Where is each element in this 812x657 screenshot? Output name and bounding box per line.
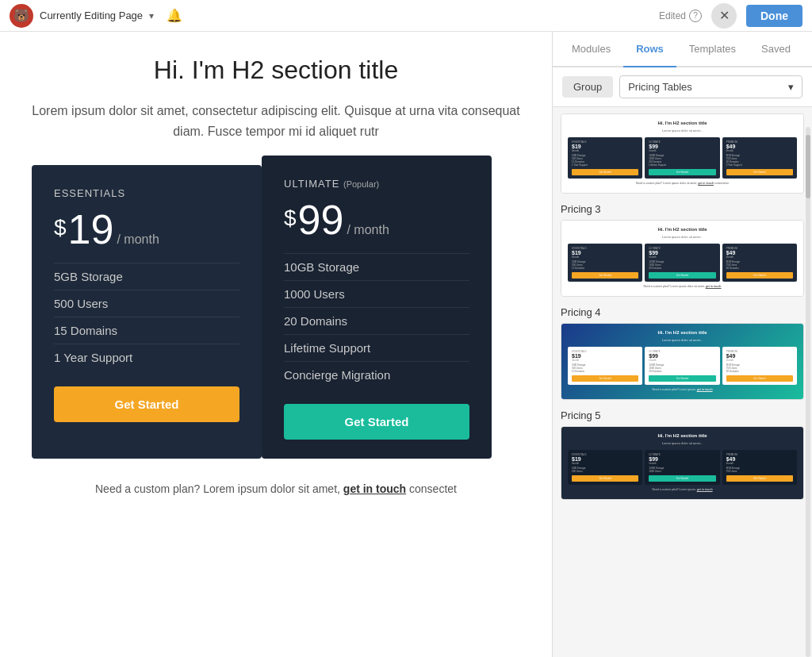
- feature-item: Concierge Migration: [284, 361, 469, 388]
- feature-item: Lifetime Support: [284, 334, 469, 361]
- page-heading: Hi. I'm H2 section title: [32, 56, 520, 85]
- template-preview-top: Hi. I'm H2 section title Lorem ipsum dol…: [561, 113, 804, 194]
- chevron-down-icon[interactable]: ▾: [149, 10, 154, 21]
- mini-preview-top: Hi. I'm H2 section title Lorem ipsum dol…: [561, 114, 803, 193]
- bell-icon[interactable]: 🔔: [167, 8, 182, 23]
- template-item-pricing4[interactable]: Pricing 4 Hi. I'm H2 section title Lorem…: [561, 306, 804, 400]
- mini-card: ESSENTIALS $19 /month 5GB Storage 500 Us…: [568, 137, 642, 179]
- pricing-card-ultimate: ULTIMATE (Popular) $ 99 / month 10GB Sto…: [262, 156, 492, 459]
- right-panel: Modules Rows Templates Saved Group Prici…: [552, 32, 812, 657]
- feature-item: 20 Domains: [284, 307, 469, 334]
- pricing-card-essentials: ESSENTIALS $ 19 / month 5GB Storage 500 …: [32, 165, 262, 459]
- template-item-pricing3[interactable]: Pricing 3 Hi. I'm H2 section title Lorem…: [561, 203, 804, 297]
- group-button[interactable]: Group: [562, 76, 613, 98]
- panel-tabs: Modules Rows Templates Saved: [553, 32, 812, 67]
- pricing-cards: ESSENTIALS $ 19 / month 5GB Storage 500 …: [32, 165, 520, 459]
- mini-preview-5: Hi. I'm H2 section title Lorem ipsum dol…: [561, 427, 803, 499]
- pricing-dropdown[interactable]: Pricing Tables ▾: [619, 75, 802, 98]
- card-name-ultimate: ULTIMATE (Popular): [284, 178, 469, 190]
- template-preview-5: Hi. I'm H2 section title Lorem ipsum dol…: [561, 426, 804, 500]
- feature-item: 15 Domains: [54, 317, 239, 344]
- template-item-pricing5[interactable]: Pricing 5 Hi. I'm H2 section title Lorem…: [561, 409, 804, 500]
- card-features-ultimate: 10GB Storage 1000 Users 20 Domains Lifet…: [284, 253, 469, 388]
- scrollbar-track[interactable]: [806, 127, 810, 657]
- card-price-ultimate: $ 99 / month: [284, 196, 469, 244]
- top-bar-left: 🐻 Currently Editing Page ▾ 🔔: [10, 4, 182, 28]
- feature-item: 1 Year Support: [54, 344, 239, 371]
- card-features-essentials: 5GB Storage 500 Users 15 Domains 1 Year …: [54, 263, 239, 371]
- cta-button-ultimate[interactable]: Get Started: [284, 404, 469, 440]
- footer-link[interactable]: get in touch: [343, 482, 406, 495]
- page-title: Currently Editing Page: [40, 10, 143, 21]
- mini-card-featured: ULTIMATE $99 /month 10GB Storage 1000 Us…: [645, 137, 719, 179]
- feature-item: 1000 Users: [284, 280, 469, 307]
- panel-filter: Group Pricing Tables ▾: [553, 67, 812, 107]
- feature-item: 500 Users: [54, 290, 239, 317]
- card-name-essentials: ESSENTIALS: [54, 187, 239, 199]
- top-bar-right: Edited ? ✕ Done: [659, 3, 802, 29]
- done-button[interactable]: Done: [746, 5, 802, 27]
- tab-saved[interactable]: Saved: [749, 32, 803, 67]
- top-bar: 🐻 Currently Editing Page ▾ 🔔 Edited ? ✕ …: [0, 0, 812, 32]
- help-icon[interactable]: ?: [689, 10, 702, 22]
- page-editor: Hi. I'm H2 section title Lorem ipsum dol…: [0, 32, 552, 657]
- template-preview-3: Hi. I'm H2 section title Lorem ipsum dol…: [561, 220, 804, 297]
- template-label-3: Pricing 3: [561, 203, 804, 215]
- scrollbar-thumb[interactable]: [806, 135, 810, 198]
- tab-templates[interactable]: Templates: [676, 32, 749, 67]
- cta-button-essentials[interactable]: Get Started: [54, 386, 239, 422]
- template-item-pricing3-top[interactable]: Hi. I'm H2 section title Lorem ipsum dol…: [561, 113, 804, 194]
- feature-item: 5GB Storage: [54, 263, 239, 290]
- close-button[interactable]: ✕: [711, 3, 737, 29]
- template-label-5: Pricing 5: [561, 409, 804, 421]
- mini-preview-4: Hi. I'm H2 section title Lorem ipsum dol…: [561, 324, 803, 399]
- chevron-down-icon: ▾: [788, 81, 794, 93]
- feature-item: 10GB Storage: [284, 253, 469, 280]
- edited-label: Edited ?: [659, 10, 702, 22]
- tab-modules[interactable]: Modules: [559, 32, 623, 67]
- mini-card: PREMIUM $49 /month 8GB Storage 750 Users…: [722, 137, 797, 179]
- card-price-essentials: $ 19 / month: [54, 206, 239, 253]
- footer-note: Need a custom plan? Lorem ipsum dolor si…: [32, 482, 520, 495]
- logo-icon: 🐻: [10, 4, 33, 28]
- main-content: Hi. I'm H2 section title Lorem ipsum dol…: [0, 32, 812, 657]
- page-subtitle: Lorem ipsum dolor sit amet, consectetur …: [32, 101, 520, 141]
- tab-rows[interactable]: Rows: [623, 32, 676, 67]
- templates-list[interactable]: Hi. I'm H2 section title Lorem ipsum dol…: [553, 107, 812, 657]
- mini-preview-3: Hi. I'm H2 section title Lorem ipsum dol…: [561, 221, 803, 296]
- template-preview-4: Hi. I'm H2 section title Lorem ipsum dol…: [561, 323, 804, 400]
- template-label-4: Pricing 4: [561, 306, 804, 318]
